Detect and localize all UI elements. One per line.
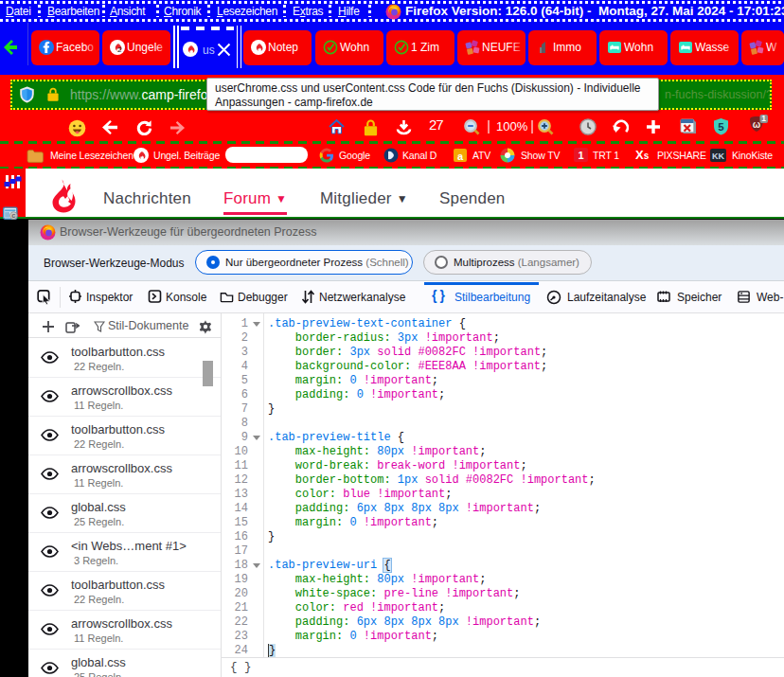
svg-text:1: 1 xyxy=(761,115,766,123)
svg-text:ω: ω xyxy=(753,119,761,130)
svg-text:KK: KK xyxy=(712,151,724,161)
svg-text:5: 5 xyxy=(718,121,724,133)
svg-text:Xs: Xs xyxy=(635,148,650,162)
svg-text:2: 2 xyxy=(117,45,122,54)
svg-text:a: a xyxy=(457,151,464,162)
svg-text:c: c xyxy=(11,211,16,220)
svg-text:1: 1 xyxy=(578,150,583,161)
